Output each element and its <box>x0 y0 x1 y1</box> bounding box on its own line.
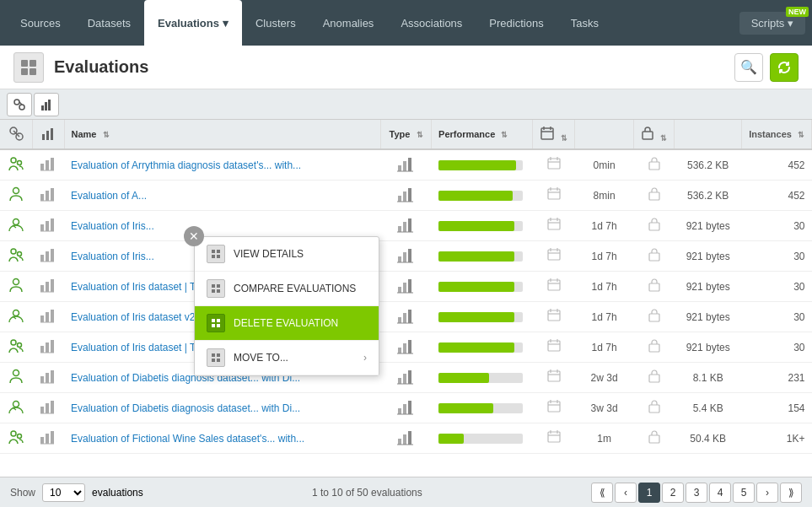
svg-rect-30 <box>46 131 49 140</box>
table-row: Evaluation of Iris dataset | Training (8… <box>0 272 812 302</box>
svg-rect-118 <box>408 310 411 323</box>
svg-rect-1 <box>30 60 36 67</box>
show-label: Show <box>10 487 35 499</box>
ctx-move-to[interactable]: MOVE TO... › <box>195 341 379 375</box>
nav-datasets[interactable]: Datasets <box>74 0 144 46</box>
nav-predictions[interactable]: Predictions <box>476 0 557 46</box>
svg-rect-173 <box>51 431 54 444</box>
col-header-lock: ⇅ <box>634 120 675 149</box>
svg-point-96 <box>13 279 19 285</box>
page-5-button[interactable]: 5 <box>733 483 755 503</box>
row-time: 1d 7h <box>575 272 634 302</box>
compare-icon <box>207 279 225 298</box>
svg-rect-8 <box>45 102 47 111</box>
row-chart-icon <box>32 363 64 393</box>
row-time: 0min <box>575 149 634 181</box>
close-button[interactable]: ✕ <box>184 226 204 246</box>
page-first-button[interactable]: ⟪ <box>591 483 613 503</box>
row-type <box>381 181 432 211</box>
svg-rect-145 <box>398 378 401 384</box>
svg-point-5 <box>19 105 24 110</box>
svg-rect-3 <box>30 68 36 75</box>
show-select[interactable]: 10 25 50 100 <box>42 483 85 502</box>
row-name[interactable]: Evaluation of Diabetis diagnosis dataset… <box>64 393 381 423</box>
page-2-button[interactable]: 2 <box>662 483 684 503</box>
row-time: 2w 3d <box>575 363 634 393</box>
nav-anomalies[interactable]: Anomalies <box>309 0 388 46</box>
svg-rect-142 <box>46 373 49 383</box>
col-header-instances[interactable]: Instances ⇅ <box>742 120 812 149</box>
page-header: Evaluations 🔍 <box>0 46 812 89</box>
svg-rect-131 <box>398 348 401 353</box>
page-prev-button[interactable]: ‹ <box>615 483 637 503</box>
row-lock-icon <box>634 149 675 181</box>
sort-icon-cal: ⇅ <box>561 134 567 143</box>
row-eval-icon <box>0 211 32 241</box>
page-last-button[interactable]: ⟫ <box>780 483 802 503</box>
context-menu: VIEW DETAILS COMPARE EVALUATIONS <box>194 236 379 376</box>
scripts-button[interactable]: Scripts ▾ NEW <box>739 12 805 35</box>
col-header-type[interactable]: Type ⇅ <box>381 120 432 149</box>
refresh-button[interactable] <box>770 53 799 82</box>
svg-rect-162 <box>408 401 411 414</box>
nav-evaluations[interactable]: Evaluations ▾ <box>144 0 242 46</box>
toolbar-group-btn[interactable] <box>7 93 32 116</box>
table-container: ✕ VIEW DETAILS <box>0 120 812 477</box>
svg-rect-153 <box>649 375 659 382</box>
svg-rect-9 <box>48 100 51 111</box>
row-type <box>381 332 432 363</box>
svg-rect-17 <box>217 289 220 293</box>
row-eval-icon <box>0 393 32 423</box>
svg-rect-14 <box>212 284 215 288</box>
nav-associations[interactable]: Associations <box>387 0 476 46</box>
table-toolbar <box>0 89 812 120</box>
svg-rect-117 <box>403 313 406 323</box>
search-button[interactable]: 🔍 <box>734 53 763 82</box>
row-performance <box>432 181 533 211</box>
row-instances: 452 <box>742 149 812 181</box>
svg-rect-20 <box>212 324 215 327</box>
svg-rect-139 <box>649 344 659 352</box>
svg-rect-53 <box>40 194 44 201</box>
row-eval-icon <box>0 332 32 363</box>
svg-rect-114 <box>51 310 54 322</box>
ctx-view-details[interactable]: VIEW DETAILS <box>195 237 379 272</box>
row-performance <box>432 332 533 363</box>
ctx-delete[interactable]: DELETE EVALUATION <box>195 306 379 341</box>
row-size: 921 bytes <box>675 211 742 241</box>
page-next-button[interactable]: › <box>756 483 778 503</box>
ctx-compare[interactable]: COMPARE EVALUATIONS <box>195 272 379 306</box>
sort-icon-type: ⇅ <box>417 131 423 139</box>
page-4-button[interactable]: 4 <box>709 483 731 503</box>
row-lock-icon <box>634 423 675 454</box>
svg-rect-55 <box>51 188 54 201</box>
svg-rect-54 <box>46 191 49 201</box>
svg-point-81 <box>11 249 16 254</box>
toolbar-chart-btn[interactable] <box>34 93 59 116</box>
row-type <box>381 211 432 241</box>
row-name[interactable]: Evaluation of Fictional Wine Sales datas… <box>64 423 381 454</box>
svg-rect-132 <box>403 343 406 353</box>
svg-rect-24 <box>212 359 215 362</box>
row-type <box>381 302 432 332</box>
svg-rect-143 <box>51 370 54 383</box>
row-cal-icon <box>533 149 575 181</box>
svg-rect-179 <box>548 432 560 442</box>
col-header-name[interactable]: Name ⇅ <box>64 120 381 149</box>
nav-tasks[interactable]: Tasks <box>557 0 612 46</box>
svg-rect-116 <box>398 317 401 323</box>
evaluations-table: Name ⇅ Type ⇅ Performance ⇅ <box>0 120 812 454</box>
page-1-button[interactable]: 1 <box>638 483 660 503</box>
col-header-performance[interactable]: Performance ⇅ <box>432 120 533 149</box>
sort-icon-perf: ⇅ <box>501 131 508 139</box>
row-size: 921 bytes <box>675 241 742 272</box>
svg-rect-183 <box>649 435 659 443</box>
nav-sources[interactable]: Sources <box>7 0 74 46</box>
row-name[interactable]: Evaluation of A... <box>64 181 381 211</box>
row-cal-icon <box>533 363 575 393</box>
new-badge: NEW <box>786 7 809 17</box>
delete-icon <box>207 314 225 332</box>
page-3-button[interactable]: 3 <box>686 483 707 503</box>
nav-clusters[interactable]: Clusters <box>242 0 309 46</box>
row-name[interactable]: Evaluation of Arrythmia diagnosis datase… <box>64 149 381 181</box>
